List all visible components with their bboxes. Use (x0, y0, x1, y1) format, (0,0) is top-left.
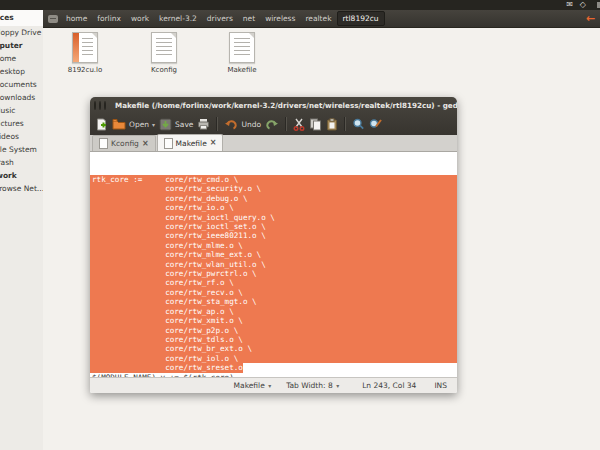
sidebar-item-browse-network[interactable]: Browse Net… (0, 182, 43, 195)
sidebar-item-trash[interactable]: Trash (0, 156, 43, 169)
redo-button[interactable] (265, 118, 279, 130)
selected-line[interactable]: core/rtw_debug.o \ (90, 194, 457, 203)
sidebar-item-home[interactable]: Home (0, 52, 43, 65)
selected-line[interactable]: core/rtw_xmit.o \ (90, 316, 457, 325)
clipped-text-line[interactable]: $(MODULE_NAME)-y += $(rtk_core) (90, 373, 457, 377)
crumb-work[interactable]: work (126, 12, 154, 25)
insert-mode-indicator: INS (434, 381, 447, 390)
print-button[interactable] (197, 118, 210, 130)
sidebar-item-documents[interactable]: Documents (0, 78, 43, 91)
gedit-titlebar[interactable]: Makefile (/home/forlinx/work/kernel-3.2/… (90, 97, 457, 113)
crumb-net[interactable]: net (238, 12, 260, 25)
crumb-rtl8192cu-active[interactable]: rtl8192cu (337, 11, 385, 26)
back-arrow-icon[interactable]: ← (586, 11, 595, 27)
tab-close-icon[interactable]: × (142, 140, 149, 148)
breadcrumb: home forlinx work kernel-3.2 drivers net… (43, 10, 600, 28)
save-button[interactable]: Save (159, 118, 193, 131)
save-icon (159, 118, 172, 131)
minimize-window-button[interactable] (99, 101, 101, 110)
sidebar-item-videos[interactable]: Videos (0, 130, 43, 143)
text-editor-area[interactable]: rtk_core := core/rtw_cmd.o \ core/rtw_se… (90, 152, 457, 377)
paste-clipboard-icon (326, 118, 338, 131)
open-dropdown-caret[interactable]: ▾ (152, 121, 155, 128)
toolbar-separator (216, 117, 218, 131)
gedit-statusbar: Makefile ▾ Tab Width: 8 ▾ Ln 243, Col 34… (90, 377, 457, 393)
sidebar-item-file-system[interactable]: File System (0, 143, 43, 156)
print-icon (197, 118, 210, 130)
object-file-icon (72, 32, 98, 63)
tab-width-dropdown[interactable]: Tab Width: 8 ▾ (286, 381, 340, 390)
selected-line[interactable]: core/rtw_mlme_ext.o \ (90, 250, 457, 259)
text-file-icon (229, 32, 255, 63)
paste-button[interactable] (326, 118, 338, 131)
cut-button[interactable] (293, 118, 305, 131)
gedit-header: Makefile (/home/forlinx/work/kernel-3.2/… (90, 97, 457, 135)
sidebar-item-floppy-drive[interactable]: Floppy Drive (0, 26, 43, 39)
sidebar-item-desktop[interactable]: Desktop (0, 65, 43, 78)
crumb-drivers[interactable]: drivers (202, 12, 238, 25)
tab-kconfig[interactable]: Kconfig × (92, 135, 156, 151)
crumb-realtek[interactable]: realtek (300, 12, 336, 25)
language-dropdown[interactable]: Makefile ▾ (234, 381, 273, 390)
selected-line[interactable]: rtk_core := core/rtw_cmd.o \ (90, 175, 457, 184)
file-8192cu-lo[interactable]: 8192cu.lo (45, 32, 125, 74)
sidebar-item-pictures[interactable]: Pictures (0, 117, 43, 130)
selected-line[interactable]: core/rtw_rf.o \ (90, 278, 457, 287)
crumb-wireless[interactable]: wireless (260, 12, 300, 25)
maximize-window-button[interactable] (104, 101, 106, 110)
sidebar-item-downloads[interactable]: Downloads (0, 91, 43, 104)
sidebar-header-devices: Devices (0, 10, 43, 26)
mail-icon[interactable]: ✉ (566, 0, 573, 10)
selected-line[interactable]: core/rtw_mlme.o \ (90, 241, 457, 250)
drive-icon[interactable] (48, 15, 58, 23)
dropdown-caret-icon: ▾ (336, 382, 339, 389)
open-button[interactable]: Open ▾ (112, 118, 155, 130)
top-panel: ✉ ◇ (0, 0, 600, 10)
sidebar-header-network: Network (0, 169, 43, 182)
selected-line-end[interactable]: core/rtw_sreset.o (90, 363, 457, 372)
close-window-button[interactable] (94, 101, 96, 110)
dropdown-caret-icon: ▾ (268, 382, 271, 389)
selected-line[interactable]: core/rtw_p2p.o \ (90, 326, 457, 335)
undo-button[interactable]: Undo (224, 118, 261, 130)
file-kconfig[interactable]: Kconfig (124, 32, 204, 74)
gedit-tabbar: Kconfig × Makefile × (90, 135, 457, 152)
file-label: 8192cu.lo (45, 66, 125, 74)
replace-button[interactable] (369, 118, 382, 131)
crumb-kernel[interactable]: kernel-3.2 (154, 12, 202, 25)
selected-line[interactable]: core/rtw_security.o \ (90, 184, 457, 193)
copy-button[interactable] (309, 118, 322, 131)
find-button[interactable] (352, 118, 365, 131)
tab-close-icon[interactable]: × (210, 139, 217, 147)
copy-icon (309, 118, 322, 131)
places-sidebar: Devices Floppy Drive Computer Home Deskt… (0, 10, 43, 450)
search-icon (352, 118, 365, 131)
selected-line[interactable]: core/rtw_wlan_util.o \ (90, 260, 457, 269)
tab-label: Kconfig (111, 139, 139, 148)
file-label: Makefile (202, 66, 282, 74)
selected-line[interactable]: core/rtw_ieee80211.o \ (90, 231, 457, 240)
tab-label: Makefile (176, 139, 207, 148)
selected-line[interactable]: core/rtw_ioctl_query.o \ (90, 213, 457, 222)
selected-line[interactable]: core/rtw_recv.o \ (90, 288, 457, 297)
file-makefile[interactable]: Makefile (202, 32, 282, 74)
sidebar-item-music[interactable]: Music (0, 104, 43, 117)
selected-line[interactable]: core/rtw_tdls.o \ (90, 335, 457, 344)
selected-line[interactable]: core/rtw_br_ext.o \ (90, 344, 457, 353)
selected-line[interactable]: core/rtw_io.o \ (90, 203, 457, 212)
selected-line[interactable]: core/rtw_ap.o \ (90, 307, 457, 316)
crumb-forlinx[interactable]: forlinx (92, 12, 126, 25)
network-icon[interactable]: ◇ (580, 0, 586, 10)
crumb-home[interactable]: home (61, 12, 92, 25)
cut-scissors-icon (293, 118, 305, 131)
selected-line[interactable]: core/rtw_iol.o \ (90, 354, 457, 363)
selected-line[interactable]: core/rtw_pwrctrl.o \ (90, 269, 457, 278)
gedit-window: Makefile (/home/forlinx/work/kernel-3.2/… (90, 97, 457, 393)
selected-line[interactable]: core/rtw_sta_mgt.o \ (90, 297, 457, 306)
desktop: ✉ ◇ home forlinx work kernel-3.2 drivers… (0, 0, 600, 450)
document-icon (99, 138, 108, 149)
toolbar-separator (285, 117, 287, 131)
new-document-button[interactable] (95, 118, 108, 131)
tab-makefile[interactable]: Makefile × (157, 134, 224, 151)
selected-line[interactable]: core/rtw_ioctl_set.o \ (90, 222, 457, 231)
